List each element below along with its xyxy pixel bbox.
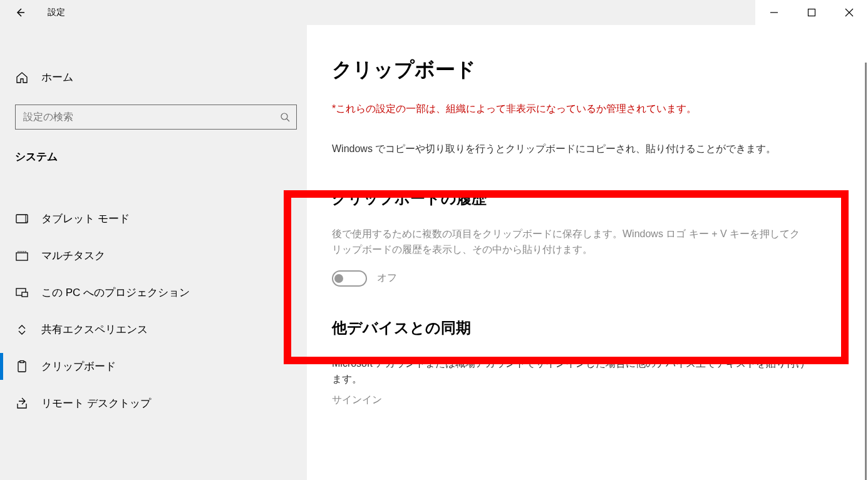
maximize-icon xyxy=(807,8,816,17)
sidebar: ホーム システム タブレット モード マルチタスク この PC へのプロジェクシ… xyxy=(0,25,307,480)
home-link[interactable]: ホーム xyxy=(0,63,307,92)
history-toggle[interactable] xyxy=(332,270,367,287)
svg-rect-6 xyxy=(22,292,28,297)
window-title: 設定 xyxy=(48,7,65,18)
search-input[interactable] xyxy=(16,106,274,128)
home-label: ホーム xyxy=(41,70,73,84)
sidebar-item-multitask[interactable]: マルチタスク xyxy=(0,237,307,274)
sidebar-item-label: リモート デスクトップ xyxy=(41,396,151,411)
sidebar-item-clipboard[interactable]: クリップボード xyxy=(0,348,307,385)
clipboard-icon xyxy=(15,360,29,374)
multitask-icon xyxy=(15,249,29,263)
policy-warning: *これらの設定の一部は、組織によって非表示になっているか管理されています。 xyxy=(332,103,808,116)
search-box[interactable] xyxy=(15,105,297,130)
remote-desktop-icon xyxy=(15,397,29,411)
history-toggle-row: オフ xyxy=(332,270,808,287)
nav-list: タブレット モード マルチタスク この PC へのプロジェクション 共有エクスペ… xyxy=(0,200,307,422)
arrow-left-icon xyxy=(14,7,26,18)
svg-rect-4 xyxy=(16,253,28,260)
minimize-button[interactable] xyxy=(755,0,793,25)
sync-signin-link[interactable]: サインイン xyxy=(332,394,808,407)
scrollbar[interactable] xyxy=(865,63,867,480)
home-icon xyxy=(15,71,29,84)
sidebar-item-label: 共有エクスペリエンス xyxy=(41,322,148,337)
sidebar-item-shared-experiences[interactable]: 共有エクスペリエンス xyxy=(0,311,307,348)
tablet-icon xyxy=(15,212,29,226)
sidebar-item-tablet-mode[interactable]: タブレット モード xyxy=(0,200,307,237)
sidebar-item-label: タブレット モード xyxy=(41,212,130,226)
close-button[interactable] xyxy=(830,0,868,25)
sidebar-item-label: クリップボード xyxy=(41,359,116,374)
sync-section-description: Microsoft アカウントまたは職場アカウントでサインインした場合に他のデバ… xyxy=(332,355,808,387)
svg-point-1 xyxy=(281,113,287,120)
sync-section-title: 他デバイスとの同期 xyxy=(332,318,808,338)
svg-point-3 xyxy=(26,221,28,222)
titlebar: 設定 xyxy=(0,0,868,25)
svg-rect-0 xyxy=(809,9,815,16)
sidebar-item-label: この PC へのプロジェクション xyxy=(41,285,190,300)
svg-rect-7 xyxy=(18,362,26,372)
content-area: クリップボード *これらの設定の一部は、組織によって非表示になっているか管理され… xyxy=(307,25,868,480)
svg-rect-8 xyxy=(20,360,24,362)
history-toggle-label: オフ xyxy=(377,272,397,285)
search-icon xyxy=(274,112,296,122)
window-controls xyxy=(755,0,868,25)
minimize-icon xyxy=(770,8,778,17)
sidebar-item-projection[interactable]: この PC へのプロジェクション xyxy=(0,274,307,311)
back-button[interactable] xyxy=(8,0,33,25)
history-section-title: クリップボードの履歴 xyxy=(332,188,808,208)
toggle-knob xyxy=(334,274,343,283)
maximize-button[interactable] xyxy=(793,0,830,25)
sidebar-item-remote-desktop[interactable]: リモート デスクトップ xyxy=(0,385,307,422)
share-icon xyxy=(15,323,29,337)
page-title: クリップボード xyxy=(332,56,808,84)
clipboard-description: Windows でコピーや切り取りを行うとクリップボードにコピーされ、貼り付ける… xyxy=(332,141,808,157)
sidebar-item-label: マルチタスク xyxy=(41,248,105,263)
projection-icon xyxy=(15,286,29,300)
close-icon xyxy=(845,8,854,17)
category-label: システム xyxy=(0,142,307,181)
history-section-description: 後で使用するために複数の項目をクリップボードに保存します。Windows ロゴ … xyxy=(332,226,808,258)
